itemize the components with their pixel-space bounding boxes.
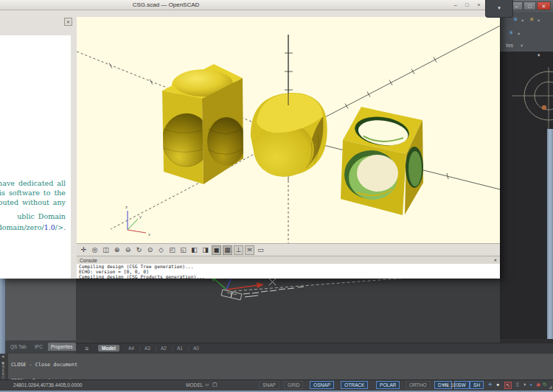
axis-y-label: y (139, 214, 142, 219)
ribbon-dropdown-icon[interactable]: ▾ (538, 18, 540, 24)
zoom-window-icon[interactable]: ◫ (101, 245, 111, 255)
csg-intersection-object (251, 93, 327, 177)
surfaces-icon[interactable]: ◼ (212, 245, 221, 255)
tab-ipc[interactable]: IPC (32, 343, 46, 351)
console-close-icon[interactable]: ✕ (493, 258, 497, 262)
command-dock-close-icon[interactable]: ✕ (1, 354, 5, 359)
overlay-dropdown-icon: ▾ (498, 5, 501, 10)
tab-a0[interactable]: A0 (189, 345, 203, 351)
editor-text-line: this software to the (0, 189, 66, 197)
right-scrollbar[interactable] (547, 129, 553, 339)
cad-statusbar: 24801.0264,40736.4405,0.0000 SNAP GRID O… (0, 379, 553, 391)
editor-text-line: have dedicated all (0, 179, 66, 187)
openscad-titlebar[interactable]: CSG.scad — OpenSCAD – □ × (0, 0, 500, 10)
sheet-tab-bar: ≡ Model A4 | A3 | A2 | A1 | A0 (76, 343, 553, 354)
zoom-out-icon[interactable]: ⊖ (123, 245, 133, 255)
ribbon-dropdown-icon[interactable]: ▾ (521, 18, 524, 24)
tab-a4[interactable]: A4 (125, 345, 138, 351)
circle-entity-drawing (498, 63, 553, 144)
tab-qs[interactable]: QS Tab (7, 343, 29, 351)
toggle-snap[interactable]: SNAP (259, 381, 279, 389)
csg-scene: z y x (77, 17, 500, 243)
zoom-all-icon[interactable]: ◎ (90, 245, 100, 255)
tab-model[interactable]: Model (98, 345, 119, 351)
axis-indicator: z y x (125, 205, 150, 237)
editor-link-post: />. (55, 223, 66, 231)
editor-pane[interactable]: have dedicated all this software to the … (0, 35, 71, 279)
show-scale-markers-icon[interactable]: ≍ (245, 245, 254, 255)
reset-view-icon[interactable]: ↻ (134, 245, 144, 255)
3d-viewport[interactable]: z y x (77, 17, 500, 243)
minimize-button[interactable]: – (450, 1, 461, 9)
toggle-ortho[interactable]: ORTHO (406, 381, 431, 389)
perspective-icon[interactable]: ⊙ (145, 245, 155, 255)
wireframe-icon[interactable]: ▦ (223, 245, 232, 255)
tab-a2[interactable]: A2 (157, 345, 170, 351)
cad-maximize-button[interactable]: □ (524, 1, 536, 10)
command-console[interactable]: ✕ ◆ Command CLOSE - Close document OPEN … (0, 354, 553, 379)
overlay-panel-tab[interactable]: ▾ (485, 0, 513, 18)
maximize-button[interactable]: □ (462, 1, 473, 9)
tab-a3[interactable]: A3 (141, 345, 154, 351)
orbit-icon[interactable]: ● (529, 382, 532, 387)
ribbon-group-label: ties (506, 43, 513, 48)
pan-icon[interactable]: ◑ (523, 382, 526, 387)
refresh-icon[interactable]: ↻ (543, 382, 547, 388)
tab-properties[interactable]: Properties (48, 343, 76, 351)
right-view-icon[interactable]: ◨ (201, 245, 210, 255)
command-dock-title: Command (1, 362, 5, 379)
properties-palette (5, 279, 76, 340)
console-title: Console (80, 258, 97, 263)
canvas-dropdown-icon[interactable]: ▼ (537, 53, 540, 57)
close-button[interactable]: × (473, 1, 484, 9)
left-view-icon[interactable]: ◧ (189, 245, 199, 255)
top-view-icon[interactable]: ◰ (167, 245, 177, 255)
toggle-grid[interactable]: GRID (284, 381, 303, 389)
bottom-view-icon[interactable]: ◱ (178, 245, 188, 255)
orthogonal-icon[interactable]: ◇ (156, 245, 166, 255)
sheet-menu-icon[interactable]: ≡ (85, 345, 88, 352)
bulb-icon[interactable]: ● (496, 382, 499, 387)
toggle-osnap[interactable]: OSNAP (310, 381, 334, 389)
toggle-polar[interactable]: POLAR (376, 381, 400, 389)
editor-text-line: domain/zero/1.0/>. (0, 223, 66, 231)
palette-left-border (0, 279, 5, 354)
ribbon-tool-icon[interactable]: ✳ (513, 16, 518, 23)
console-output[interactable]: Compiling design (CSG Tree generation)..… (77, 264, 500, 279)
command-line: CLOSE - Close document (11, 363, 549, 368)
csg-union-object (162, 64, 246, 184)
ribbon-dropdown-icon[interactable]: ▾ (518, 31, 520, 37)
tab-a1[interactable]: A1 (173, 345, 187, 351)
command-dock-bar: ✕ ◆ Command (0, 354, 8, 379)
editor-number-token: 1.0 (44, 223, 55, 231)
zoom-in-icon[interactable]: ⊕ (112, 245, 122, 255)
cad-close-button[interactable]: ✕ (537, 1, 551, 10)
toggle-otrack[interactable]: OTRACK (341, 381, 368, 389)
viewport-toolbar: ✛ ◎ ◫ ⊕ ⊖ ↻ ⊙ ◇ ◰ ◱ ◧ ◨ ◼ ▦ ⊥ ≍ ▭ (77, 243, 500, 256)
command-history: CLOSE - Close document OPEN - Open docum… (11, 354, 549, 379)
view-all-icon[interactable]: ✛ (79, 245, 88, 255)
editor-close-icon[interactable]: ✕ (64, 18, 72, 26)
clipboard-icon[interactable]: ▯ (516, 382, 519, 388)
show-edges-icon[interactable]: ▭ (256, 245, 265, 255)
smart-cursor-icon[interactable]: ✛ (488, 382, 493, 388)
annotation-scale-icon[interactable]: ▱ (205, 382, 209, 388)
toggle-sh[interactable]: SH (470, 381, 484, 389)
model-space-label[interactable]: MODEL (186, 382, 203, 388)
show-axes-icon[interactable]: ⊥ (234, 245, 243, 255)
resize-grip[interactable]: ◢ (549, 384, 552, 389)
esnap-highlight-icon[interactable]: ↖ (504, 382, 512, 389)
editor-link-pre: domain/zero/ (0, 223, 44, 231)
axis-x-label: x (148, 232, 150, 237)
scale-readout: m1:100 (442, 382, 459, 388)
ribbon-group-dropdown-icon[interactable]: ▾ (521, 43, 523, 49)
record-icon[interactable]: ◉ (536, 382, 540, 388)
ribbon-tool-icon[interactable]: ✳ (509, 29, 514, 36)
console-header[interactable]: Console ✕ (77, 256, 500, 264)
screen: { "colors": { "viewport_bg": "#fffce3", … (0, 0, 553, 392)
ribbon-tool-icon[interactable]: ✳ (529, 16, 535, 23)
sheet-icon[interactable]: ▢ (212, 382, 218, 388)
cad-ribbon: ✳ ▾ ✳ ▾ ✳ ▾ ties ▾ (498, 12, 553, 52)
coordinates-readout: 24801.0264,40736.4405,0.0000 (13, 382, 83, 388)
console-line: Compiling design (CSG Products generatio… (79, 275, 500, 279)
